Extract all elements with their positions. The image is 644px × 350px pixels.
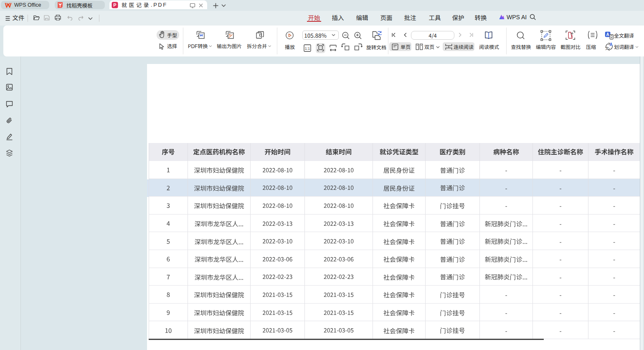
svg-text:A: A: [609, 42, 612, 47]
svg-text:文: 文: [605, 46, 609, 51]
svg-text:A: A: [606, 32, 609, 37]
svg-text:1:1: 1:1: [305, 46, 310, 51]
svg-text:P: P: [113, 3, 116, 8]
